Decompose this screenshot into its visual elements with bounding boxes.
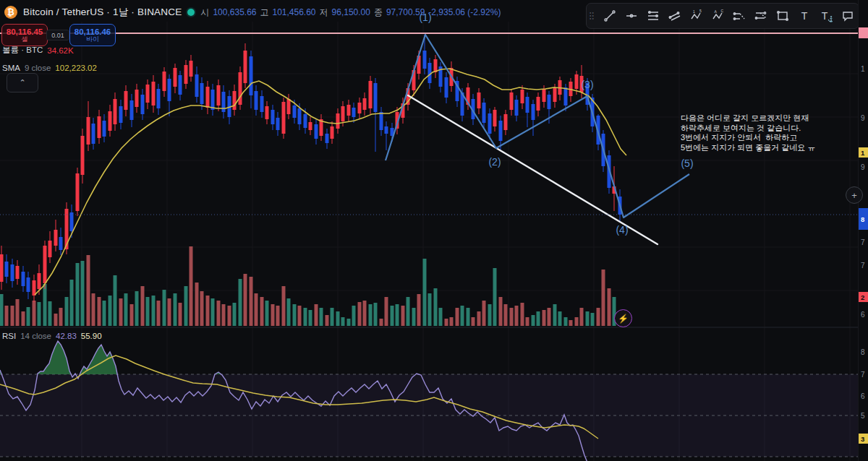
candle[interactable] xyxy=(146,85,150,103)
candle[interactable] xyxy=(103,121,106,137)
candle[interactable] xyxy=(27,277,30,292)
candle[interactable] xyxy=(293,105,297,118)
candle[interactable] xyxy=(385,126,388,134)
candle[interactable] xyxy=(477,92,481,108)
candle[interactable] xyxy=(135,90,139,107)
candle[interactable] xyxy=(526,97,529,113)
candle[interactable] xyxy=(130,100,134,120)
candle[interactable] xyxy=(276,118,280,130)
candle[interactable] xyxy=(190,61,193,77)
symbol-title[interactable]: Bitcoin / TetherUS · 1날 · BINANCE xyxy=(23,6,182,19)
add-alert-plus-icon[interactable]: + xyxy=(846,186,863,204)
candle[interactable] xyxy=(124,91,128,110)
candle[interactable] xyxy=(217,85,221,105)
candle[interactable] xyxy=(260,96,264,112)
wave-label-3[interactable]: (3) xyxy=(581,79,593,90)
candle[interactable] xyxy=(200,83,204,104)
candle[interactable] xyxy=(315,124,318,139)
wave-label-1[interactable]: (1) xyxy=(419,12,431,23)
candle[interactable] xyxy=(347,105,351,116)
elliott-impulse-wave-icon[interactable]: 15 xyxy=(686,5,707,27)
wave-label-4[interactable]: (4) xyxy=(616,224,628,236)
market-open-dot-icon[interactable] xyxy=(187,9,195,16)
candle[interactable] xyxy=(168,79,171,101)
candle[interactable] xyxy=(255,91,258,110)
candle[interactable] xyxy=(326,134,329,143)
candle[interactable] xyxy=(488,113,492,134)
candle[interactable] xyxy=(369,81,373,108)
candle[interactable] xyxy=(548,95,551,109)
sell-button[interactable]: 80,116.45 셀 xyxy=(1,24,48,46)
candle[interactable] xyxy=(59,237,63,250)
trend-line-icon[interactable] xyxy=(599,5,621,27)
candle[interactable] xyxy=(211,90,215,110)
rectangle-icon[interactable] xyxy=(772,5,793,27)
candle[interactable] xyxy=(33,280,36,296)
candle[interactable] xyxy=(445,77,448,98)
wave-label-5[interactable]: (5) xyxy=(681,158,693,169)
candle[interactable] xyxy=(152,82,156,105)
candle[interactable] xyxy=(282,102,286,134)
candle[interactable] xyxy=(70,212,74,231)
candle[interactable] xyxy=(87,117,90,145)
candle[interactable] xyxy=(98,116,101,138)
volume-legend[interactable]: 볼륨 · BTC 34.62K xyxy=(2,45,74,56)
candle[interactable] xyxy=(76,173,80,211)
candle[interactable] xyxy=(309,122,312,130)
candle[interactable] xyxy=(499,121,503,141)
candle[interactable] xyxy=(521,90,524,103)
candle[interactable] xyxy=(363,98,367,110)
candle[interactable] xyxy=(92,124,95,144)
wave-label-2[interactable]: (2) xyxy=(488,156,501,168)
horizontal-line-icon[interactable] xyxy=(621,5,642,27)
candle[interactable] xyxy=(575,74,579,89)
callout-icon[interactable] xyxy=(837,5,859,27)
candle[interactable] xyxy=(5,262,9,277)
candle[interactable] xyxy=(11,264,14,281)
candle[interactable] xyxy=(553,87,557,102)
candle[interactable] xyxy=(174,68,177,87)
candle[interactable] xyxy=(43,246,47,283)
candle[interactable] xyxy=(179,75,182,95)
candle[interactable] xyxy=(510,92,514,110)
fib-retracement-icon[interactable] xyxy=(642,5,664,27)
candle[interactable] xyxy=(515,100,519,116)
elliott-correction-wave-icon[interactable]: AC xyxy=(707,5,729,27)
candle[interactable] xyxy=(250,56,253,95)
candle[interactable] xyxy=(287,99,291,114)
candle[interactable] xyxy=(0,254,4,282)
candle[interactable] xyxy=(493,110,497,126)
candle[interactable] xyxy=(358,103,362,113)
candle[interactable] xyxy=(119,106,123,123)
candle[interactable] xyxy=(163,72,166,91)
candle[interactable] xyxy=(331,126,334,139)
candle[interactable] xyxy=(304,114,307,128)
parallel-channel-icon[interactable] xyxy=(664,5,686,27)
candle[interactable] xyxy=(109,111,112,131)
buy-button[interactable]: 80,116.46 바이 xyxy=(69,24,116,46)
candle[interactable] xyxy=(22,272,25,286)
candle[interactable] xyxy=(374,83,378,112)
candle[interactable] xyxy=(195,74,199,97)
candle[interactable] xyxy=(239,72,242,105)
sma-legend[interactable]: SMA 9 close 102,223.02 xyxy=(2,64,97,72)
rsi-legend[interactable]: RSI 14 close 42.83 55.90 xyxy=(2,332,102,340)
chart-canvas[interactable] xyxy=(0,0,868,461)
collapse-legend-button[interactable]: ⌃ xyxy=(7,73,38,92)
elliott-wave-drawing[interactable] xyxy=(386,35,689,217)
chart-text-annotation[interactable]: 다음은 어디로 갈지 모르겠지만 현재하락추세로 보여지는 것 같습니다.3번에… xyxy=(681,113,861,152)
candle[interactable] xyxy=(16,266,20,279)
candle[interactable] xyxy=(482,103,486,123)
price-scale[interactable]: 19977687651823 xyxy=(858,0,868,461)
candle[interactable] xyxy=(298,108,302,124)
candle[interactable] xyxy=(352,108,356,117)
candle[interactable] xyxy=(244,51,247,83)
candle[interactable] xyxy=(532,104,535,120)
candle[interactable] xyxy=(54,230,58,246)
candle[interactable] xyxy=(504,114,508,130)
text-icon[interactable]: T xyxy=(793,5,815,27)
candle[interactable] xyxy=(206,87,210,108)
candle[interactable] xyxy=(38,273,41,289)
candle[interactable] xyxy=(341,106,345,121)
candle[interactable] xyxy=(157,89,161,108)
